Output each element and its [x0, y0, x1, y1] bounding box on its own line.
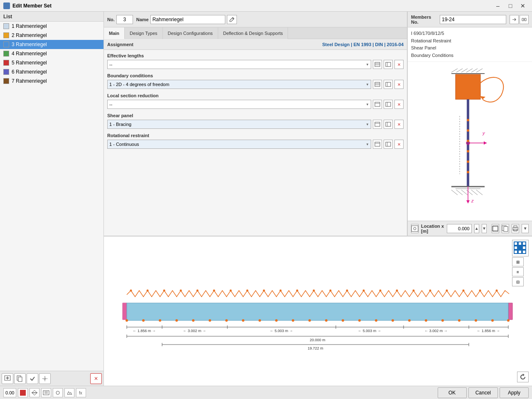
viz-fit-btn[interactable] — [492, 224, 499, 233]
no-input[interactable] — [116, 15, 133, 24]
members-btn1[interactable] — [510, 15, 519, 24]
effective-lengths-dropdown[interactable]: -- ▼ — [107, 60, 371, 69]
status-btn1[interactable] — [30, 388, 39, 397]
edit-name-button[interactable] — [227, 15, 237, 24]
svg-point-86 — [230, 289, 232, 291]
svg-point-130 — [507, 319, 510, 322]
sidebar-item-1[interactable]: 1 Rahmenriegel — [0, 22, 103, 31]
bottom-right-btn[interactable] — [517, 372, 529, 382]
sidebar-item-2[interactable]: 2 Rahmenriegel — [0, 31, 103, 40]
location-icon-btn[interactable] — [411, 224, 419, 233]
location-up-btn[interactable]: ▲ — [474, 224, 479, 233]
rotational-restraint-label: Rotational restraint — [107, 133, 404, 138]
shear-panel-btn3[interactable]: ✕ — [394, 120, 404, 129]
location-input[interactable] — [447, 224, 472, 233]
svg-point-90 — [296, 289, 298, 291]
svg-text:←  5.003 m  →: ← 5.003 m → — [270, 329, 293, 333]
boundary-conditions-btn1[interactable] — [373, 80, 382, 89]
members-input[interactable] — [440, 15, 506, 24]
effective-lengths-btn1[interactable] — [373, 60, 382, 69]
shear-panel-section: Shear panel 1 - Bracing ▼ — [107, 113, 404, 129]
location-down-btn[interactable]: ▼ — [482, 224, 487, 233]
tab-3[interactable]: Deflection & Design Supports — [218, 27, 288, 39]
shear-panel-dropdown[interactable]: 1 - Bracing ▼ — [107, 120, 371, 129]
members-buttons — [510, 15, 529, 24]
svg-point-61 — [467, 171, 469, 173]
svg-point-84 — [197, 289, 199, 291]
apply-button[interactable]: Apply — [500, 387, 529, 398]
svg-text:z: z — [471, 198, 474, 203]
status-text: 0.00 — [5, 390, 14, 395]
viz-info-line3: Shear Panel — [411, 44, 529, 52]
svg-point-163 — [56, 391, 59, 394]
members-btn2[interactable] — [520, 15, 529, 24]
svg-point-58 — [467, 140, 469, 142]
boundary-conditions-dropdown[interactable]: 1 - 2D - 4 degrees of freedom ▼ — [107, 80, 371, 89]
shear-panel-btn2[interactable] — [384, 120, 393, 129]
svg-point-99 — [446, 289, 448, 291]
tab-0[interactable]: Main — [104, 27, 125, 39]
local-section-btn1[interactable] — [373, 100, 382, 109]
close-button[interactable]: ✕ — [517, 2, 529, 10]
rotational-restraint-btn3[interactable]: ✕ — [394, 140, 404, 149]
svg-rect-27 — [386, 142, 391, 146]
viz-copy-btn[interactable] — [502, 224, 509, 233]
svg-text:20.000 m: 20.000 m — [310, 338, 325, 342]
effective-lengths-btn2[interactable] — [384, 60, 393, 69]
maximize-button[interactable]: □ — [505, 2, 516, 10]
shear-panel-btn1[interactable] — [373, 120, 382, 129]
local-section-btn3[interactable]: ✕ — [394, 100, 404, 109]
svg-point-129 — [491, 319, 494, 322]
sidebar-item-4[interactable]: 4 Rahmenriegel — [0, 49, 103, 58]
rotational-restraint-dropdown[interactable]: 1 - Continuous ▼ — [107, 140, 371, 149]
svg-point-122 — [375, 319, 377, 322]
local-section-section: Local section reduction -- ▼ — [107, 93, 404, 109]
sidebar-item-3[interactable]: 3 Rahmenriegel — [0, 40, 103, 49]
effective-lengths-row: -- ▼ ✕ — [107, 60, 404, 69]
ok-button[interactable]: OK — [438, 387, 467, 398]
effective-lengths-btn3[interactable]: ✕ — [394, 60, 404, 69]
svg-point-59 — [467, 150, 469, 153]
sidebar-item-6[interactable]: 6 Rahmenriegel — [0, 67, 103, 76]
svg-rect-17 — [375, 102, 380, 106]
svg-line-34 — [456, 190, 463, 195]
check-button[interactable] — [27, 373, 38, 384]
svg-point-125 — [425, 319, 427, 322]
status-btn4[interactable] — [64, 388, 74, 397]
status-color[interactable] — [18, 388, 28, 397]
svg-point-60 — [467, 160, 469, 163]
boundary-conditions-btn3[interactable]: ✕ — [394, 80, 404, 89]
status-value[interactable]: 0.00 — [3, 388, 16, 397]
status-btn3[interactable] — [53, 388, 63, 397]
svg-point-127 — [458, 319, 461, 322]
sidebar-item-7[interactable]: 7 Rahmenriegel — [0, 76, 103, 86]
sidebar-item-5[interactable]: 5 Rahmenriegel — [0, 58, 103, 67]
diagram-container: ← 1.856 m → ← 3.002 m → ← 5.003 m → ← — [104, 236, 532, 386]
rotational-restraint-btn1[interactable] — [373, 140, 382, 149]
boundary-conditions-btn2[interactable] — [384, 80, 393, 89]
svg-rect-69 — [514, 226, 517, 227]
tab-2[interactable]: Design Configurations — [163, 27, 218, 39]
local-section-dropdown[interactable]: -- ▼ — [107, 100, 371, 109]
name-field-group: Name — [136, 15, 237, 24]
name-input[interactable] — [150, 15, 225, 24]
copy-button[interactable] — [14, 373, 26, 384]
effective-lengths-label: Effective lengths — [107, 53, 404, 58]
svg-point-88 — [263, 289, 265, 291]
tab-1[interactable]: Design Types — [125, 27, 163, 39]
viz-print-btn[interactable] — [512, 224, 519, 233]
viz-more-btn[interactable]: ▼ — [522, 224, 529, 233]
shear-panel-label: Shear panel — [107, 113, 404, 118]
status-btn2[interactable] — [41, 388, 51, 397]
status-btn5[interactable]: fx — [76, 388, 86, 397]
svg-text:←  5.003 m  →: ← 5.003 m → — [358, 329, 381, 333]
delete-button[interactable]: ✕ — [90, 373, 102, 384]
local-section-btn2[interactable] — [384, 100, 393, 109]
add-button[interactable] — [2, 373, 13, 384]
refresh-btn[interactable] — [517, 372, 529, 382]
minimize-button[interactable]: – — [492, 2, 504, 10]
settings-button[interactable] — [39, 373, 51, 384]
cancel-button[interactable]: Cancel — [468, 387, 498, 398]
rotational-restraint-btn2[interactable] — [384, 140, 393, 149]
svg-text:fx: fx — [79, 391, 82, 395]
